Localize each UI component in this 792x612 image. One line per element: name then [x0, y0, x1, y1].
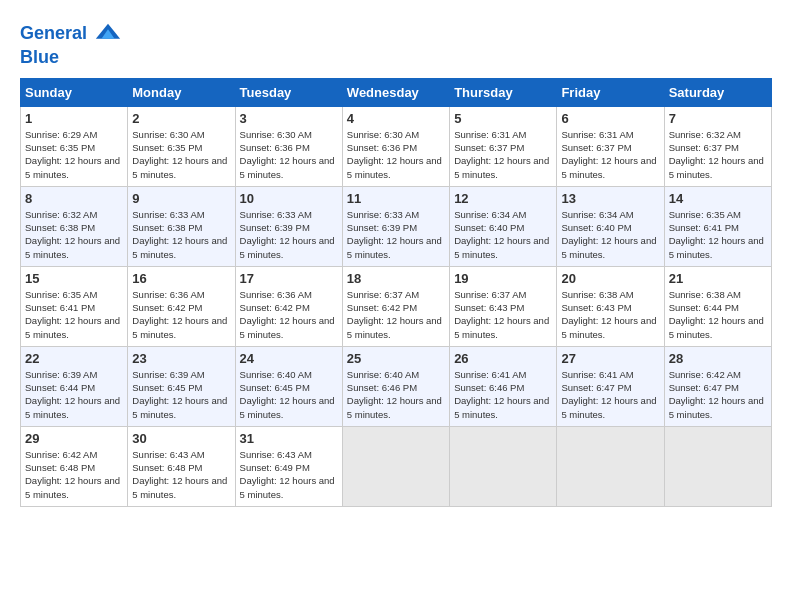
calendar-cell: 28Sunrise: 6:42 AMSunset: 6:47 PMDayligh…: [664, 346, 771, 426]
week-row-1: 1Sunrise: 6:29 AMSunset: 6:35 PMDaylight…: [21, 106, 772, 186]
day-info: Sunrise: 6:29 AMSunset: 6:35 PMDaylight:…: [25, 128, 123, 181]
day-info: Sunrise: 6:33 AMSunset: 6:39 PMDaylight:…: [347, 208, 445, 261]
day-info: Sunrise: 6:32 AMSunset: 6:38 PMDaylight:…: [25, 208, 123, 261]
logo: General Blue: [20, 20, 122, 68]
calendar-cell: 14Sunrise: 6:35 AMSunset: 6:41 PMDayligh…: [664, 186, 771, 266]
day-info: Sunrise: 6:35 AMSunset: 6:41 PMDaylight:…: [25, 288, 123, 341]
day-info: Sunrise: 6:37 AMSunset: 6:42 PMDaylight:…: [347, 288, 445, 341]
day-number: 1: [25, 111, 123, 126]
calendar-cell: 21Sunrise: 6:38 AMSunset: 6:44 PMDayligh…: [664, 266, 771, 346]
day-info: Sunrise: 6:35 AMSunset: 6:41 PMDaylight:…: [669, 208, 767, 261]
day-number: 21: [669, 271, 767, 286]
calendar-cell: 11Sunrise: 6:33 AMSunset: 6:39 PMDayligh…: [342, 186, 449, 266]
calendar-cell: [557, 426, 664, 506]
day-info: Sunrise: 6:41 AMSunset: 6:46 PMDaylight:…: [454, 368, 552, 421]
day-info: Sunrise: 6:30 AMSunset: 6:36 PMDaylight:…: [240, 128, 338, 181]
calendar-cell: 17Sunrise: 6:36 AMSunset: 6:42 PMDayligh…: [235, 266, 342, 346]
day-number: 25: [347, 351, 445, 366]
calendar-cell: 20Sunrise: 6:38 AMSunset: 6:43 PMDayligh…: [557, 266, 664, 346]
week-row-4: 22Sunrise: 6:39 AMSunset: 6:44 PMDayligh…: [21, 346, 772, 426]
day-info: Sunrise: 6:34 AMSunset: 6:40 PMDaylight:…: [454, 208, 552, 261]
day-info: Sunrise: 6:30 AMSunset: 6:35 PMDaylight:…: [132, 128, 230, 181]
day-number: 12: [454, 191, 552, 206]
calendar-cell: 23Sunrise: 6:39 AMSunset: 6:45 PMDayligh…: [128, 346, 235, 426]
logo-text-general: General: [20, 23, 87, 43]
calendar-cell: 2Sunrise: 6:30 AMSunset: 6:35 PMDaylight…: [128, 106, 235, 186]
day-number: 10: [240, 191, 338, 206]
day-number: 13: [561, 191, 659, 206]
week-row-3: 15Sunrise: 6:35 AMSunset: 6:41 PMDayligh…: [21, 266, 772, 346]
calendar-cell: [342, 426, 449, 506]
day-number: 4: [347, 111, 445, 126]
calendar-cell: 1Sunrise: 6:29 AMSunset: 6:35 PMDaylight…: [21, 106, 128, 186]
day-number: 23: [132, 351, 230, 366]
day-info: Sunrise: 6:33 AMSunset: 6:39 PMDaylight:…: [240, 208, 338, 261]
day-number: 26: [454, 351, 552, 366]
col-header-monday: Monday: [128, 78, 235, 106]
day-number: 17: [240, 271, 338, 286]
calendar-cell: 18Sunrise: 6:37 AMSunset: 6:42 PMDayligh…: [342, 266, 449, 346]
day-info: Sunrise: 6:33 AMSunset: 6:38 PMDaylight:…: [132, 208, 230, 261]
logo-text-blue: Blue: [20, 48, 122, 68]
col-header-thursday: Thursday: [450, 78, 557, 106]
day-info: Sunrise: 6:39 AMSunset: 6:44 PMDaylight:…: [25, 368, 123, 421]
day-info: Sunrise: 6:37 AMSunset: 6:43 PMDaylight:…: [454, 288, 552, 341]
calendar-cell: 24Sunrise: 6:40 AMSunset: 6:45 PMDayligh…: [235, 346, 342, 426]
day-number: 16: [132, 271, 230, 286]
day-number: 8: [25, 191, 123, 206]
day-number: 2: [132, 111, 230, 126]
calendar-cell: 29Sunrise: 6:42 AMSunset: 6:48 PMDayligh…: [21, 426, 128, 506]
col-header-friday: Friday: [557, 78, 664, 106]
day-info: Sunrise: 6:38 AMSunset: 6:44 PMDaylight:…: [669, 288, 767, 341]
day-number: 18: [347, 271, 445, 286]
day-number: 3: [240, 111, 338, 126]
day-number: 15: [25, 271, 123, 286]
day-info: Sunrise: 6:42 AMSunset: 6:48 PMDaylight:…: [25, 448, 123, 501]
day-info: Sunrise: 6:43 AMSunset: 6:49 PMDaylight:…: [240, 448, 338, 501]
col-header-wednesday: Wednesday: [342, 78, 449, 106]
calendar-cell: 4Sunrise: 6:30 AMSunset: 6:36 PMDaylight…: [342, 106, 449, 186]
day-number: 19: [454, 271, 552, 286]
calendar-cell: 16Sunrise: 6:36 AMSunset: 6:42 PMDayligh…: [128, 266, 235, 346]
day-number: 27: [561, 351, 659, 366]
day-info: Sunrise: 6:40 AMSunset: 6:46 PMDaylight:…: [347, 368, 445, 421]
day-info: Sunrise: 6:36 AMSunset: 6:42 PMDaylight:…: [240, 288, 338, 341]
calendar-cell: 26Sunrise: 6:41 AMSunset: 6:46 PMDayligh…: [450, 346, 557, 426]
day-number: 31: [240, 431, 338, 446]
day-number: 29: [25, 431, 123, 446]
col-header-saturday: Saturday: [664, 78, 771, 106]
day-number: 7: [669, 111, 767, 126]
calendar-cell: 22Sunrise: 6:39 AMSunset: 6:44 PMDayligh…: [21, 346, 128, 426]
calendar-cell: 13Sunrise: 6:34 AMSunset: 6:40 PMDayligh…: [557, 186, 664, 266]
day-number: 30: [132, 431, 230, 446]
logo-icon: [94, 20, 122, 48]
day-number: 22: [25, 351, 123, 366]
calendar-cell: 27Sunrise: 6:41 AMSunset: 6:47 PMDayligh…: [557, 346, 664, 426]
calendar-cell: 6Sunrise: 6:31 AMSunset: 6:37 PMDaylight…: [557, 106, 664, 186]
calendar-cell: [664, 426, 771, 506]
day-number: 28: [669, 351, 767, 366]
day-info: Sunrise: 6:31 AMSunset: 6:37 PMDaylight:…: [454, 128, 552, 181]
calendar-cell: 19Sunrise: 6:37 AMSunset: 6:43 PMDayligh…: [450, 266, 557, 346]
day-info: Sunrise: 6:31 AMSunset: 6:37 PMDaylight:…: [561, 128, 659, 181]
day-number: 9: [132, 191, 230, 206]
day-info: Sunrise: 6:39 AMSunset: 6:45 PMDaylight:…: [132, 368, 230, 421]
day-info: Sunrise: 6:36 AMSunset: 6:42 PMDaylight:…: [132, 288, 230, 341]
col-header-tuesday: Tuesday: [235, 78, 342, 106]
day-info: Sunrise: 6:34 AMSunset: 6:40 PMDaylight:…: [561, 208, 659, 261]
calendar-cell: 12Sunrise: 6:34 AMSunset: 6:40 PMDayligh…: [450, 186, 557, 266]
calendar-cell: 15Sunrise: 6:35 AMSunset: 6:41 PMDayligh…: [21, 266, 128, 346]
day-number: 11: [347, 191, 445, 206]
calendar-cell: 7Sunrise: 6:32 AMSunset: 6:37 PMDaylight…: [664, 106, 771, 186]
calendar-cell: [450, 426, 557, 506]
calendar-cell: 3Sunrise: 6:30 AMSunset: 6:36 PMDaylight…: [235, 106, 342, 186]
calendar-cell: 25Sunrise: 6:40 AMSunset: 6:46 PMDayligh…: [342, 346, 449, 426]
col-header-sunday: Sunday: [21, 78, 128, 106]
calendar-cell: 10Sunrise: 6:33 AMSunset: 6:39 PMDayligh…: [235, 186, 342, 266]
week-row-5: 29Sunrise: 6:42 AMSunset: 6:48 PMDayligh…: [21, 426, 772, 506]
calendar-header-row: SundayMondayTuesdayWednesdayThursdayFrid…: [21, 78, 772, 106]
calendar-cell: 31Sunrise: 6:43 AMSunset: 6:49 PMDayligh…: [235, 426, 342, 506]
day-info: Sunrise: 6:38 AMSunset: 6:43 PMDaylight:…: [561, 288, 659, 341]
day-number: 6: [561, 111, 659, 126]
day-info: Sunrise: 6:32 AMSunset: 6:37 PMDaylight:…: [669, 128, 767, 181]
